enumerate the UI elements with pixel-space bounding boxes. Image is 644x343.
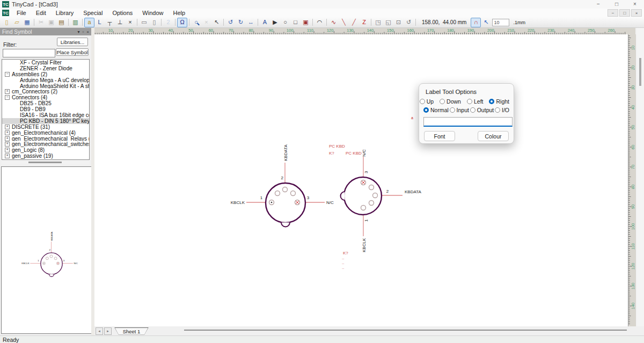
toolbar-delete-tool-button[interactable]: × — [125, 18, 135, 27]
toolbar-draw-line-fwd-button[interactable]: ╱ — [349, 18, 359, 27]
toolbar-draw-line-back-button[interactable]: ╲ — [339, 18, 349, 27]
toolbar-ground-tool-button[interactable]: ⊥ — [115, 18, 125, 27]
expand-icon[interactable]: + — [5, 89, 10, 94]
toolbar-draw-wire-button[interactable]: ∿ — [328, 18, 339, 27]
tree-item[interactable]: ISA16 - ISA bus 16bit edge conn — [2, 112, 89, 118]
radio-direction-left[interactable]: Left — [467, 98, 484, 105]
toolbar-wire-tool-button[interactable]: L — [94, 18, 105, 27]
colour-button[interactable]: Colour — [478, 131, 509, 141]
toolbar-draw-label-button[interactable]: ▣ — [301, 18, 311, 27]
expand-icon[interactable]: + — [5, 142, 10, 147]
toolbar-zoom-button[interactable]: ○ — [191, 18, 201, 27]
radio-direction-down[interactable]: Down — [440, 98, 461, 105]
tree-item[interactable]: DB9 - DB9 — [2, 106, 89, 112]
toolbar-junction-tool-button[interactable]: ┬ — [105, 18, 115, 27]
toolbar-paste-button[interactable]: ▤ — [56, 18, 67, 27]
tab-prev-icon[interactable]: ◂ — [96, 327, 103, 335]
tree-item-selected[interactable]: PC KBD - DIN 5 180° PC keyboar — [2, 118, 89, 124]
toolbar-ruler-v-button[interactable]: ▯ — [149, 18, 159, 27]
expand-icon[interactable]: + — [5, 154, 10, 158]
collapse-icon[interactable]: − — [5, 95, 10, 100]
radio-direction-up[interactable]: Up — [420, 98, 434, 105]
minimize-icon[interactable]: − — [589, 0, 608, 9]
tab-next-icon[interactable]: ▸ — [104, 327, 112, 335]
tree-item[interactable]: Arduino MegaShield Kit - A shield — [2, 83, 89, 89]
tree-item[interactable]: DB25 - DB25 — [2, 100, 89, 106]
toolbar-draw-text-button[interactable]: A — [260, 18, 270, 27]
place-symbol-button[interactable]: Place Symbol — [56, 48, 89, 56]
tree-item[interactable]: XF - Crystal Filter — [2, 60, 89, 65]
toolbar-symbol-omega-button[interactable]: Ω — [177, 18, 187, 27]
toolbar-open-button[interactable]: ▱ — [12, 18, 22, 27]
toolbar-rotate-cw-button[interactable]: ↻ — [236, 18, 246, 27]
mdi-close-icon[interactable]: × — [631, 9, 642, 17]
close-icon[interactable]: × — [626, 0, 644, 9]
grid-size-input[interactable] — [492, 19, 509, 26]
menu-window[interactable]: Window — [137, 9, 168, 17]
pin-icon[interactable]: ▫ — [82, 30, 84, 34]
radio-kind-io[interactable]: I/O — [495, 107, 509, 113]
toolbar-draw-ellipse-button[interactable]: ○ — [280, 18, 290, 27]
toolbar-snap-grid-button[interactable]: ∩ — [471, 18, 481, 27]
toolbar-ruler-h-button[interactable]: ▭ — [139, 18, 149, 27]
restore-icon[interactable]: □ — [608, 0, 626, 9]
tree-item[interactable]: +gen_Electromechanical_Relays (6) — [2, 136, 89, 142]
chevron-down-icon[interactable]: ▾ — [77, 30, 79, 34]
expand-icon[interactable]: + — [5, 136, 10, 141]
tree-hscrollbar[interactable] — [2, 160, 90, 164]
tree-item[interactable]: ZENER - Zener Diode — [2, 65, 89, 71]
radio-direction-right[interactable]: Right — [489, 98, 509, 105]
expand-icon[interactable]: + — [5, 130, 10, 135]
toolbar-text-tool-button[interactable]: a — [84, 18, 94, 27]
menu-options[interactable]: Options — [107, 9, 137, 17]
tree-item[interactable]: +gen_Electromechanical (4) — [2, 130, 89, 136]
menu-special[interactable]: Special — [78, 9, 107, 17]
menu-help[interactable]: Help — [168, 9, 190, 17]
tree-item[interactable]: −Connectors (4) — [2, 94, 89, 100]
toolbar-print-button[interactable]: ▥ — [70, 18, 80, 27]
toolbar-flip-button[interactable]: ↔ — [246, 18, 256, 27]
tree-item[interactable]: +cm_Connectors (2) — [2, 89, 89, 94]
toolbar-block-copy-button[interactable]: ⊡ — [393, 18, 404, 27]
filter-input[interactable] — [3, 49, 55, 57]
expand-icon[interactable]: + — [5, 148, 10, 152]
symbol-din-connector-left[interactable]: KBDATA KBCLK N/C 2 1 3 — [21, 232, 78, 277]
symbol-din-connector-left[interactable]: KBDATA KBCLK N/C 2 1 3 — [231, 144, 334, 227]
close-icon[interactable]: × — [86, 30, 89, 34]
toolbar-block-edit-button[interactable]: ◳ — [373, 18, 383, 27]
tree-item[interactable]: +gen_passive (19) — [2, 153, 89, 159]
mdi-restore-icon[interactable]: □ — [619, 9, 630, 17]
collapse-icon[interactable]: − — [5, 72, 10, 77]
find-symbol-header[interactable]: Find Symbol ▾▫× — [0, 28, 91, 35]
expand-icon[interactable]: + — [5, 125, 10, 129]
symbol-din-connector-right[interactable]: PC KBD K? PC KBD N/C 3 2 KBDATA 1 KBCLK — [329, 144, 421, 270]
toolbar-new-button[interactable]: ▯ — [2, 18, 12, 27]
label-text-input[interactable] — [423, 117, 513, 127]
tree-item[interactable]: +DISCRETE (31) — [2, 124, 89, 130]
menu-edit[interactable]: Edit — [31, 9, 51, 17]
schematic-canvas[interactable]: KBDATA KBCLK N/C 2 1 3 PC KBD K? P — [94, 34, 628, 326]
toolbar-save-button[interactable]: ▦ — [22, 18, 32, 27]
toolbar-draw-arc-button[interactable]: ◠ — [314, 18, 325, 27]
canvas-vscrollbar[interactable] — [636, 28, 644, 326]
toolbar-draw-rect-button[interactable]: □ — [290, 18, 301, 27]
libraries-button[interactable]: Libraries... — [57, 38, 88, 46]
toolbar-rotate-ccw-button[interactable]: ↺ — [225, 18, 236, 27]
radio-kind-input[interactable]: Input — [450, 107, 469, 113]
toolbar-draw-polygon-button[interactable]: ▶ — [270, 18, 280, 27]
canvas-hscrollbar[interactable] — [184, 330, 627, 331]
radio-kind-output[interactable]: Output — [470, 107, 494, 113]
menu-library[interactable]: Library — [51, 9, 79, 17]
toolbar-draw-bus-button[interactable]: Z — [359, 18, 369, 27]
toolbar-pan-button[interactable]: ↖ — [481, 18, 491, 27]
tree-item[interactable]: Arduino Mega - A uC developme — [2, 77, 89, 83]
mdi-minimize-icon[interactable]: − — [608, 9, 618, 17]
toolbar-block-rotate-button[interactable]: ↺ — [404, 18, 414, 27]
radio-kind-normal[interactable]: Normal — [423, 107, 449, 113]
tree-item[interactable]: −Assemblies (2) — [2, 71, 89, 77]
tab-sheet1[interactable]: Sheet 1 — [114, 327, 149, 335]
tree-item[interactable]: +gen_Logic (8) — [2, 147, 89, 153]
menu-file[interactable]: File — [12, 9, 31, 17]
tree-item[interactable]: +gen_Electromechanical_switches (15 — [2, 141, 89, 147]
toolbar-block-move-button[interactable]: ◱ — [383, 18, 393, 27]
